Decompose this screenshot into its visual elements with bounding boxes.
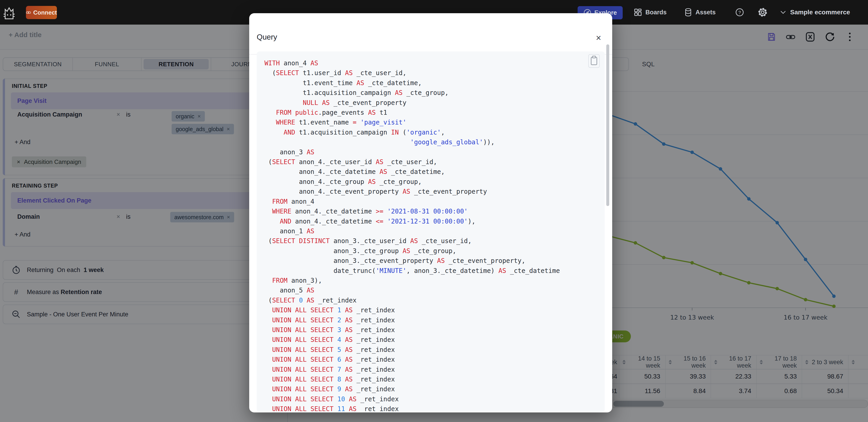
workspace-selector[interactable]: Sample ecommerce — [780, 0, 850, 25]
code-line: AND t1.acquisition_campaign IN ('organic… — [265, 127, 597, 137]
code-line: FROM anon_4 — [265, 197, 597, 206]
query-modal: Query × WITH anon_4 AS (SELECT t1.user_i… — [249, 13, 612, 413]
code-lines: WITH anon_4 AS (SELECT t1.user_id AS _ct… — [257, 52, 605, 412]
code-line: WITH anon_4 AS — [265, 58, 597, 68]
code-line: anon_3._cte_group AS _cte_group, — [265, 246, 597, 256]
code-line: UNION ALL SELECT 5 AS _ret_index — [265, 345, 597, 355]
gear-icon[interactable] — [758, 0, 767, 25]
code-line: anon_1 AS — [265, 226, 597, 236]
code-line: anon_3._cte_event_property AS _cte_event… — [265, 256, 597, 266]
code-line: anon_4._cte_datetime AS _cte_datetime, — [265, 167, 597, 177]
copy-button[interactable] — [588, 54, 600, 68]
modal-scrollbar-thumb[interactable] — [606, 44, 609, 206]
chevron-down-icon — [780, 10, 786, 14]
code-line: UNION ALL SELECT 2 AS _ret_index — [265, 315, 597, 325]
code-line: UNION ALL SELECT 6 AS _ret_index — [265, 355, 597, 364]
svg-text:?: ? — [738, 10, 741, 15]
link-icon — [26, 9, 31, 16]
database-icon — [684, 8, 692, 17]
code-line: AND anon_4._cte_datetime <= '2021-12-31 … — [265, 216, 597, 226]
close-icon[interactable]: × — [593, 32, 604, 43]
code-line: anon_4._cte_event_property AS _cte_event… — [265, 187, 597, 197]
code-line: FROM anon_3), — [265, 276, 597, 285]
code-line: UNION ALL SELECT 3 AS _ret_index — [265, 325, 597, 335]
code-line: anon_4._cte_group AS _cte_group, — [265, 177, 597, 187]
connect-button[interactable]: Connect — [26, 6, 57, 19]
nav-assets[interactable]: Assets — [684, 0, 716, 25]
code-line: (SELECT t1.user_id AS _cte_user_id, — [265, 68, 597, 78]
code-line: (SELECT anon_4._cte_user_id AS _cte_user… — [265, 157, 597, 167]
code-line: UNION ALL SELECT 7 AS _ret_index — [265, 365, 597, 374]
code-line: FROM public.page_events AS t1 — [265, 108, 597, 117]
code-line: 'google_ads_global')), — [265, 137, 597, 147]
code-line: UNION ALL SELECT 8 AS _ret_index — [265, 374, 597, 384]
sql-code-block: WITH anon_4 AS (SELECT t1.user_id AS _ct… — [257, 52, 605, 412]
code-line: t1.acquisition_campaign AS _cte_group, — [265, 88, 597, 98]
code-line: UNION ALL SELECT 4 AS _ret_index — [265, 335, 597, 344]
code-line: (SELECT DISTINCT anon_3._cte_user_id AS … — [265, 236, 597, 246]
code-line: UNION ALL SELECT 11 AS _ret_index — [265, 404, 597, 412]
code-line: UNION ALL SELECT 10 AS _ret_index — [265, 394, 597, 404]
code-line: anon_3 AS — [265, 147, 597, 157]
logo-cat-icon[interactable] — [3, 5, 15, 21]
clipboard-icon — [591, 57, 597, 65]
code-line: date_trunc('MINUTE', anon_3._cte_datetim… — [265, 266, 597, 276]
code-line: UNION ALL SELECT 9 AS _ret_index — [265, 384, 597, 394]
code-line: anon_5 AS — [265, 285, 597, 295]
code-line: WHERE anon_4._cte_datetime >= '2021-08-3… — [265, 206, 597, 216]
code-line: NULL AS _cte_event_property — [265, 98, 597, 108]
code-line: t1.event_time AS _cte_datetime, — [265, 78, 597, 88]
modal-title: Query — [257, 33, 277, 41]
nav-boards[interactable]: Boards — [633, 0, 666, 25]
code-line: UNION ALL SELECT 1 AS _ret_index — [265, 305, 597, 315]
help-icon[interactable]: ? — [735, 0, 744, 25]
code-line: (SELECT 0 AS _ret_index — [265, 296, 597, 305]
code-line: WHERE t1.event_name = 'page_visit' — [265, 117, 597, 127]
boards-grid-icon — [633, 8, 642, 17]
